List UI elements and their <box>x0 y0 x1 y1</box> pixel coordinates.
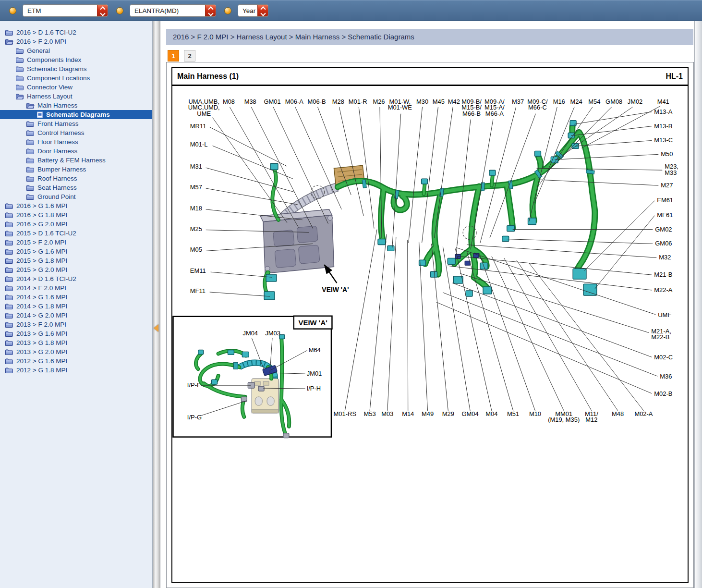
tree-item-bumper-harness[interactable]: Bumper Harness <box>0 165 152 174</box>
callout-m02-a: M02-A <box>634 410 653 417</box>
folder-closed-icon <box>5 248 13 255</box>
callout-jm04: JM04 <box>242 330 258 337</box>
tree-item-2015-g-1-6-mpi[interactable]: 2015 > G 1.6 MPI <box>0 247 152 256</box>
callout-mr11: MR11 <box>190 122 206 130</box>
tree-item-2016-g-1-6-mpi[interactable]: 2016 > G 1.6 MPI <box>0 201 152 210</box>
tree-item-2013-f-2-0-mpi[interactable]: 2013 > F 2.0 MPI <box>0 320 152 329</box>
callout-em11: EM11 <box>190 267 206 274</box>
leader-line-m42 <box>434 107 453 238</box>
callout-uma-umb-umc-umd-ume: UMA,UMB,UMC,UMD,UME <box>188 98 220 117</box>
status-led-icon <box>224 7 231 14</box>
callout-i-p-g: I/P-G <box>187 414 202 421</box>
tree-item-ground-point[interactable]: Ground Point <box>0 192 152 201</box>
model-select[interactable]: ELANTRA(MD) <box>130 4 216 17</box>
callout-m29: M29 <box>442 410 454 417</box>
tree-item-connector-view[interactable]: Connector View <box>0 83 152 92</box>
callout-m02-b: M02-B <box>654 390 672 397</box>
callout-m24: M24 <box>570 98 582 105</box>
year-select[interactable]: Year <box>238 4 268 17</box>
callout-m21-a-m22-b: M21-A,M22-B <box>651 328 671 341</box>
leader-line-mf61 <box>595 216 654 289</box>
tree-item-2013-g-2-0-mpi[interactable]: 2013 > G 2.0 MPI <box>0 347 152 356</box>
tree-item-component-locations[interactable]: Component Locations <box>0 74 152 83</box>
tree-item-2015-g-2-0-mpi[interactable]: 2015 > G 2.0 MPI <box>0 265 152 274</box>
tree-item-label: 2014 > F 2.0 MPI <box>16 284 66 292</box>
manual-select[interactable]: ETM <box>23 4 108 17</box>
tree-item-2016-f-2-0-mpi[interactable]: 2016 > F 2.0 MPI <box>0 37 152 46</box>
callout-gm02: GM02 <box>655 226 672 233</box>
callout-m03: M03 <box>381 410 393 417</box>
tree-item-floor-harness[interactable]: Floor Harness <box>0 137 152 147</box>
tree-item-door-harness[interactable]: Door Harness <box>0 147 152 156</box>
tree-item-2013-g-1-6-mpi[interactable]: 2013 > G 1.6 MPI <box>0 329 152 338</box>
tree-item-seat-harness[interactable]: Seat Harness <box>0 183 152 192</box>
tree-item-front-harness[interactable]: Front Harness <box>0 119 152 128</box>
callout-m09-b-m15-b-m66-b: M09-B/M15-B/M66-B <box>461 98 482 117</box>
tree-item-components-index[interactable]: Components Index <box>0 55 152 64</box>
callout-jm01: JM01 <box>307 370 322 377</box>
tree-item-battery-fem-harness[interactable]: Battery & FEM Harness <box>0 156 152 165</box>
tree-item-main-harness[interactable]: Main Harness <box>0 101 152 110</box>
callout-m36: M36 <box>660 373 672 380</box>
leader-line-m57 <box>206 188 298 205</box>
callout-m31: M31 <box>190 163 202 170</box>
tree-item-label: 2013 > G 1.8 MPI <box>16 339 67 346</box>
tree-item-2015-d-1-6-tci-u2[interactable]: 2015 > D 1.6 TCI-U2 <box>0 229 152 238</box>
tree-item-label: Front Harness <box>37 120 79 127</box>
tree-item-harness-layout[interactable]: Harness Layout <box>0 92 152 101</box>
callout-m32: M32 <box>659 254 671 261</box>
tree-item-2016-g-2-0-mpi[interactable]: 2016 > G 2.0 MPI <box>0 220 152 229</box>
leader-line-m10 <box>479 253 535 410</box>
tree-item-label: 2014 > D 1.6 TCI-U2 <box>16 275 76 282</box>
callout-mf11: MF11 <box>190 287 206 294</box>
leader-line-m49 <box>419 242 428 410</box>
tree-item-2014-g-2-0-mpi[interactable]: 2014 > G 2.0 MPI <box>0 311 152 320</box>
tree-item-2016-d-1-6-tci-u2[interactable]: 2016 > D 1.6 TCI-U2 <box>0 28 152 37</box>
tree-item-label: 2016 > G 1.6 MPI <box>16 202 67 209</box>
tree-item-2014-g-1-6-mpi[interactable]: 2014 > G 1.6 MPI <box>0 293 152 302</box>
leader-line-m21-a-m22-b <box>460 273 649 332</box>
tree-item-label: Battery & FEM Harness <box>37 157 106 164</box>
tree-item-roof-harness[interactable]: Roof Harness <box>0 174 152 183</box>
page-tab-2[interactable]: 2 <box>184 50 195 61</box>
stepper-icon[interactable] <box>257 5 268 16</box>
tree-item-2015-f-2-0-mpi[interactable]: 2015 > F 2.0 MPI <box>0 238 152 247</box>
page-tabs: 1 2 <box>168 50 694 61</box>
callout-m37: M37 <box>512 98 524 105</box>
tree-item-2016-g-1-8-mpi[interactable]: 2016 > G 1.8 MPI <box>0 210 152 220</box>
manual-select-value: ETM <box>23 7 97 14</box>
status-led-icon <box>9 7 16 14</box>
tree-item-2012-g-1-8-mpi[interactable]: 2012 > G 1.8 MPI <box>0 366 152 375</box>
tree-item-2014-g-1-8-mpi[interactable]: 2014 > G 1.8 MPI <box>0 302 152 311</box>
folder-closed-icon <box>5 29 13 36</box>
sidebar-splitter[interactable] <box>153 21 160 588</box>
tree-item-2014-d-1-6-tci-u2[interactable]: 2014 > D 1.6 TCI-U2 <box>0 274 152 283</box>
stepper-icon[interactable] <box>205 5 216 16</box>
callout-mf61: MF61 <box>657 211 673 219</box>
folder-closed-icon <box>5 321 13 328</box>
leader-line-m01-w-m01-we <box>392 114 401 248</box>
page-tab-1[interactable]: 1 <box>168 50 179 61</box>
tree-item-general[interactable]: General <box>0 46 152 55</box>
folder-closed-icon <box>26 194 35 200</box>
tree-item-schematic-diagrams[interactable]: Schematic Diagrams <box>0 110 152 119</box>
callout-gm01: GM01 <box>264 98 280 105</box>
callout-i-p-f: I/P-F <box>187 381 201 389</box>
tree-item-2012-g-1-6-mpi[interactable]: 2012 > G 1.6 MPI <box>0 356 152 366</box>
folder-closed-icon <box>5 257 13 264</box>
tree-item-label: 2013 > F 2.0 MPI <box>16 321 66 328</box>
tree-item-2014-f-2-0-mpi[interactable]: 2014 > F 2.0 MPI <box>0 283 152 293</box>
breadcrumb: 2016 > F 2.0 MPI > Harness Layout > Main… <box>166 29 693 45</box>
tree-item-2015-g-1-8-mpi[interactable]: 2015 > G 1.8 MPI <box>0 256 152 265</box>
vertical-scrollbar[interactable] <box>694 21 702 588</box>
tree-item-label: Schematic Diagrams <box>27 65 87 73</box>
callout-m49: M49 <box>422 410 434 417</box>
callout-gm08: GM08 <box>605 98 622 105</box>
tree-item-control-harness[interactable]: Control Harness <box>0 128 152 137</box>
stepper-icon[interactable] <box>97 5 108 16</box>
callout-m45: M45 <box>433 98 445 105</box>
tree-item-schematic-diagrams[interactable]: Schematic Diagrams <box>0 64 152 74</box>
collapse-sidebar-arrow-icon[interactable] <box>154 324 158 332</box>
tree-item-2013-g-1-8-mpi[interactable]: 2013 > G 1.8 MPI <box>0 338 152 347</box>
leader-line-m13-a <box>574 112 652 124</box>
